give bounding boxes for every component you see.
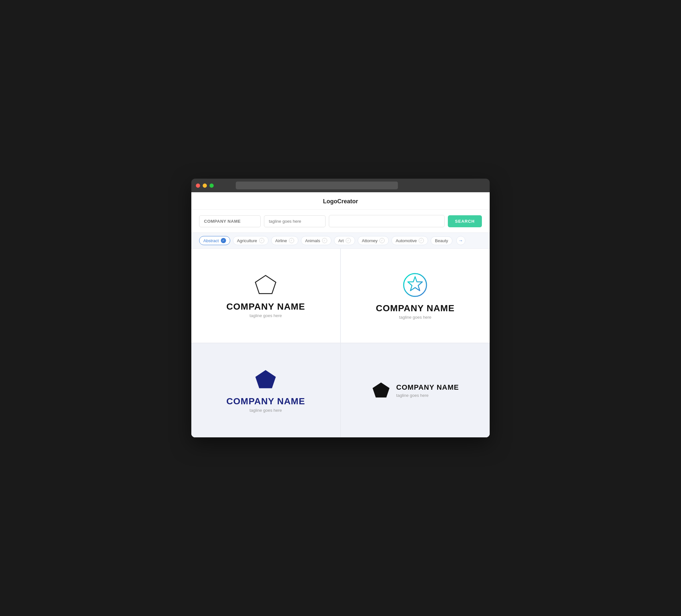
logo-tagline-3: tagline goes here	[250, 408, 282, 413]
company-name-input[interactable]	[199, 215, 261, 227]
category-label: Automotive	[396, 238, 417, 243]
category-label: Airline	[275, 238, 287, 243]
logo-company-name-2: COMPANY NAME	[376, 303, 455, 313]
category-airline[interactable]: Airline ✓	[271, 236, 298, 245]
logo-card-1[interactable]: COMPANY NAME tagline goes here	[191, 249, 340, 343]
logo-content-4: COMPANY NAME tagline goes here	[372, 381, 459, 400]
check-icon: ✓	[419, 238, 424, 243]
category-label: Art	[338, 238, 344, 243]
svg-marker-3	[255, 370, 276, 388]
category-label: Animals	[305, 238, 320, 243]
logo-card-4[interactable]: COMPANY NAME tagline goes here	[341, 343, 490, 437]
minimize-button[interactable]	[203, 183, 207, 188]
category-animals[interactable]: Animals ✓	[301, 236, 331, 245]
logo-company-name-1: COMPANY NAME	[226, 302, 305, 312]
logo-company-name-4: COMPANY NAME	[396, 383, 459, 392]
check-icon: ✓	[379, 238, 385, 243]
pentagon-solid-horizontal-icon	[372, 381, 390, 400]
logo-grid: COMPANY NAME tagline goes here	[191, 249, 490, 437]
logo-tagline-2: tagline goes here	[399, 315, 432, 320]
pentagon-outline-icon	[254, 274, 277, 296]
logo-tagline-1: tagline goes here	[250, 313, 282, 318]
category-art[interactable]: Art ✓	[334, 236, 355, 245]
active-check-icon: ✓	[221, 238, 226, 243]
logo-card-2[interactable]: COMPANY NAME tagline goes here	[341, 249, 490, 343]
category-label: Agriculture	[237, 238, 257, 243]
svg-marker-2	[408, 277, 423, 290]
check-icon: ✓	[346, 238, 351, 243]
logo-card-3[interactable]: COMPANY NAME tagline goes here	[191, 343, 340, 437]
check-icon: ✓	[322, 238, 327, 243]
category-label: Attorney	[362, 238, 377, 243]
category-label: Beauty	[435, 238, 448, 243]
app-title: LogoCreator	[323, 198, 358, 205]
category-attorney[interactable]: Attorney ✓	[358, 236, 389, 245]
industry-input[interactable]	[329, 215, 445, 227]
category-abstract[interactable]: Abstract ✓	[199, 236, 230, 245]
category-beauty[interactable]: Beauty	[431, 236, 452, 245]
logo-content-1: COMPANY NAME tagline goes here	[226, 274, 305, 318]
category-bar: Abstract ✓ Agriculture ✓ Airline ✓ Anima…	[191, 232, 490, 249]
svg-marker-4	[373, 383, 389, 397]
search-bar: SEARCH	[191, 210, 490, 232]
logo-text-group-4: COMPANY NAME tagline goes here	[396, 383, 459, 398]
check-icon: ✓	[259, 238, 264, 243]
category-agriculture[interactable]: Agriculture ✓	[233, 236, 269, 245]
close-button[interactable]	[196, 183, 200, 188]
logo-content-2: COMPANY NAME tagline goes here	[376, 272, 455, 320]
search-button[interactable]: SEARCH	[448, 215, 482, 227]
logo-company-name-3: COMPANY NAME	[226, 396, 305, 407]
app-header: LogoCreator	[191, 192, 490, 210]
logo-content-3: COMPANY NAME tagline goes here	[226, 368, 305, 413]
browser-titlebar	[191, 179, 490, 192]
svg-marker-0	[255, 275, 276, 293]
address-bar[interactable]	[236, 182, 398, 189]
star-circle-icon	[402, 272, 428, 298]
browser-window: LogoCreator SEARCH Abstract ✓ Agricultur…	[191, 179, 490, 437]
category-label: Abstract	[203, 238, 219, 243]
browser-content: LogoCreator SEARCH Abstract ✓ Agricultur…	[191, 192, 490, 437]
logo-tagline-4: tagline goes here	[396, 393, 459, 398]
maximize-button[interactable]	[209, 183, 214, 188]
pentagon-solid-icon	[254, 368, 277, 391]
category-automotive[interactable]: Automotive ✓	[392, 236, 428, 245]
categories-next-arrow[interactable]: →	[456, 236, 465, 245]
tagline-input[interactable]	[264, 215, 326, 227]
check-icon: ✓	[289, 238, 294, 243]
